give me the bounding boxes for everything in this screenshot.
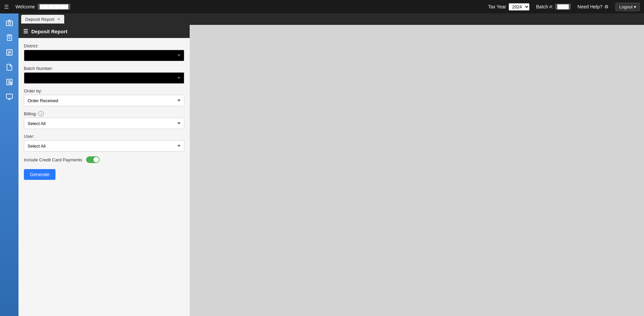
sidebar-item-camera[interactable] (3, 17, 15, 29)
batch-number-group: Batch Number: ████ (24, 66, 184, 84)
sidebar-item-clipboard[interactable] (3, 32, 15, 44)
user-select[interactable]: Select All (24, 140, 184, 152)
credit-card-toggle[interactable] (86, 156, 100, 163)
main-content: Deposit Report ✕ ☰ Deposit Report Dis (18, 13, 644, 316)
help-section[interactable]: Need Help? ⚙ (577, 4, 609, 9)
district-select[interactable]: ████████████████████ (24, 50, 184, 61)
sidebar-item-document[interactable] (3, 61, 15, 73)
order-by-select[interactable]: Order Received Name Amount (24, 95, 184, 106)
username-badge: ██████████ (38, 4, 70, 10)
sidebar (0, 13, 18, 316)
district-label: District: (24, 43, 184, 48)
batch-number-label: Batch Number: (24, 66, 184, 71)
credit-card-label: Include Credit Card Payments (24, 157, 82, 162)
tax-year-section: Tax Year 2024 2023 2025 (488, 3, 529, 10)
help-label: Need Help? (577, 4, 602, 9)
top-header: ☰ Welcome ██████████ Tax Year 2024 2023 … (0, 0, 644, 13)
user-label: User: (24, 134, 184, 139)
logout-label: Logout (619, 4, 633, 9)
billing-label: Billing: i (24, 111, 184, 116)
batch-label: Batch #: (536, 4, 553, 9)
form-title: Deposit Report (31, 29, 68, 34)
app-layout: Deposit Report ✕ ☰ Deposit Report Dis (0, 13, 644, 316)
sidebar-item-report[interactable] (3, 76, 15, 88)
batch-value-badge: ████ (555, 4, 571, 10)
user-group: User: Select All (24, 134, 184, 152)
billing-info-icon[interactable]: i (38, 111, 44, 116)
form-body: District: ████████████████████ Batch Num… (18, 38, 190, 185)
tab-bar: Deposit Report ✕ (18, 13, 644, 25)
welcome-label: Welcome (15, 4, 35, 9)
tab-close-icon[interactable]: ✕ (57, 17, 60, 21)
svg-rect-14 (6, 94, 12, 98)
logout-button[interactable]: Logout ▾ (615, 3, 640, 11)
sidebar-item-monitor[interactable] (3, 91, 15, 103)
header-menu-icon[interactable]: ☰ (4, 4, 9, 10)
sidebar-item-list[interactable] (3, 46, 15, 58)
content-area: ☰ Deposit Report District: █████████████… (18, 25, 644, 316)
tax-year-label: Tax Year (488, 4, 506, 9)
batch-number-select[interactable]: ████ (24, 72, 184, 84)
gear-icon: ⚙ (604, 4, 609, 9)
form-panel: ☰ Deposit Report District: █████████████… (18, 25, 190, 316)
order-by-label: Order by: (24, 88, 184, 93)
order-by-group: Order by: Order Received Name Amount (24, 88, 184, 106)
svg-point-1 (8, 22, 10, 24)
form-menu-icon[interactable]: ☰ (23, 28, 28, 35)
tab-deposit-report[interactable]: Deposit Report ✕ (21, 15, 64, 24)
header-welcome: Welcome ██████████ (15, 4, 481, 10)
batch-section: Batch #: ████ (536, 4, 571, 10)
svg-rect-13 (10, 82, 11, 84)
generate-button[interactable]: Generate (24, 169, 55, 180)
credit-card-toggle-row: Include Credit Card Payments (24, 156, 184, 163)
tab-label: Deposit Report (25, 17, 54, 22)
tax-year-select[interactable]: 2024 2023 2025 (509, 3, 529, 10)
preview-pane (190, 25, 644, 316)
logout-arrow-icon: ▾ (634, 4, 636, 9)
billing-group: Billing: i Select All (24, 111, 184, 129)
form-header: ☰ Deposit Report (18, 25, 190, 38)
district-group: District: ████████████████████ (24, 43, 184, 61)
billing-select[interactable]: Select All (24, 118, 184, 129)
